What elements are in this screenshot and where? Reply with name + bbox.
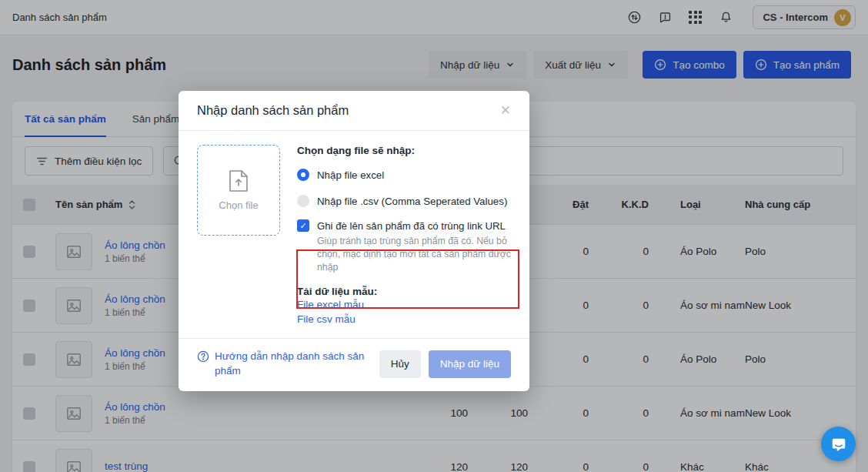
- overwrite-description: Giúp tránh tạo trùng sản phẩm đã có. Nếu…: [317, 235, 511, 275]
- radio-import-csv[interactable]: Nhập file .csv (Comma Seperated Values): [297, 192, 511, 210]
- radio-excel-label: Nhập file excel: [317, 169, 384, 181]
- modal-title: Nhập danh sách sản phẩm: [197, 103, 349, 118]
- close-icon[interactable]: ✕: [500, 104, 511, 117]
- overwrite-label: Ghi đè lên sản phẩm đã có trùng link URL: [317, 220, 506, 232]
- overwrite-checkbox[interactable]: ✓ Ghi đè lên sản phẩm đã có trùng link U…: [297, 219, 511, 232]
- import-guide-link[interactable]: Hướng dẫn nhập danh sách sản phẩm: [197, 349, 372, 379]
- import-products-modal: Nhập danh sách sản phẩm ✕ Chọn file Chọn…: [179, 91, 529, 391]
- radio-import-excel[interactable]: Nhập file excel: [297, 166, 511, 184]
- cancel-button[interactable]: Hủy: [379, 350, 421, 378]
- sample-csv-link[interactable]: File csv mẫu: [297, 312, 511, 327]
- chat-launcher-button[interactable]: [821, 427, 856, 461]
- sample-data-label: Tải dữ liệu mẫu:: [297, 286, 511, 297]
- radio-selected-icon: [297, 169, 309, 181]
- file-upload-icon: [229, 169, 249, 192]
- sample-excel-link[interactable]: File excel mẫu: [297, 297, 511, 313]
- choose-file-label: Chọn file: [219, 199, 258, 211]
- submit-import-button[interactable]: Nhập dữ liệu: [429, 350, 511, 378]
- chat-icon: [830, 436, 847, 453]
- import-guide-label: Hướng dẫn nhập danh sách sản phẩm: [215, 349, 372, 379]
- checkbox-checked-icon: ✓: [297, 219, 309, 232]
- radio-csv-label: Nhập file .csv (Comma Seperated Values): [317, 196, 507, 207]
- radio-unselected-icon: [297, 195, 309, 207]
- choose-file-dropzone[interactable]: Chọn file: [197, 145, 280, 236]
- help-circle-icon: [197, 350, 209, 363]
- file-type-label: Chọn dạng file sẽ nhập:: [297, 145, 511, 156]
